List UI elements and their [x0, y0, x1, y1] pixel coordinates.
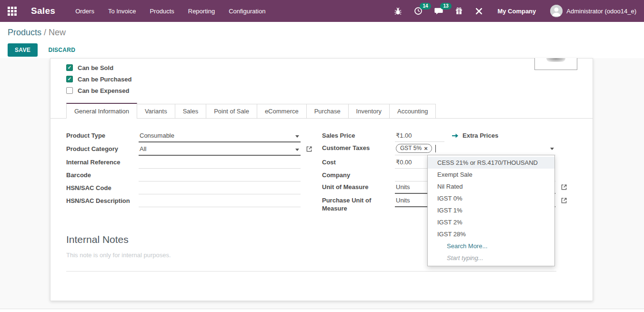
hsn-code-label: HSN/SAC Code: [66, 182, 139, 192]
dropdown-start-typing-hint: Start typing...: [428, 252, 554, 264]
discard-button[interactable]: DISCARD: [48, 47, 75, 53]
internal-reference-input[interactable]: [139, 157, 301, 169]
activity-badge: 14: [420, 3, 431, 10]
bug-icon[interactable]: [394, 7, 402, 15]
tab-accounting[interactable]: Accounting: [389, 104, 436, 119]
dropdown-item-exempt-sale[interactable]: Exempt Sale: [428, 169, 554, 181]
tax-tag-label: GST 5%: [400, 144, 422, 152]
customer-taxes-dropdown: CESS 21% or RS.4170/THOUSAND Exempt Sale…: [427, 155, 555, 266]
app-title[interactable]: Sales: [31, 6, 55, 16]
product-image-upload[interactable]: [534, 58, 577, 70]
can-be-purchased-row: Can be Purchased: [66, 75, 131, 83]
extra-prices-label: Extra Prices: [463, 132, 498, 139]
hsn-description-label: HSN/SAC Description: [66, 195, 139, 205]
tab-inventory[interactable]: Inventory: [348, 104, 390, 119]
tab-ecommerce[interactable]: eCommerce: [257, 104, 307, 119]
breadcrumb-current: New: [49, 28, 66, 37]
internal-reference-label: Internal Reference: [66, 157, 139, 166]
app-window: Sales Orders To Invoice Products Reporti…: [0, 0, 644, 312]
breadcrumb-products[interactable]: Products: [8, 28, 41, 37]
menu-products[interactable]: Products: [150, 8, 174, 15]
can-be-expensed-checkbox[interactable]: [66, 87, 73, 94]
can-be-sold-label: Can be Sold: [78, 64, 113, 71]
sales-price-row: Sales Price ₹1.00 Extra Prices: [322, 130, 498, 142]
product-type-select[interactable]: Consumable: [139, 130, 301, 142]
uom-label: Unit of Measure: [322, 181, 395, 191]
sales-price-input[interactable]: ₹1.00: [395, 130, 444, 142]
tab-variants[interactable]: Variants: [137, 104, 175, 119]
hsn-code-input[interactable]: [139, 182, 301, 194]
tab-general-information[interactable]: General Information: [66, 103, 137, 119]
external-link-icon[interactable]: [561, 184, 567, 192]
can-be-sold-row: Can be Sold: [66, 64, 113, 71]
company-label: Company: [322, 170, 395, 179]
purchase-uom-label: Purchase Unit of Measure: [322, 195, 395, 212]
chevron-down-icon: [295, 149, 299, 151]
control-panel: Products / New SAVE DISCARD: [0, 22, 644, 58]
can-be-sold-checkbox[interactable]: [66, 64, 73, 71]
barcode-label: Barcode: [66, 170, 139, 179]
menu-configuration[interactable]: Configuration: [229, 8, 265, 15]
can-be-expensed-row: Can be Expensed: [66, 87, 129, 94]
avatar[interactable]: [550, 5, 563, 17]
activity-clock-icon[interactable]: 14: [414, 7, 423, 15]
customer-taxes-input[interactable]: GST 5%×: [395, 142, 555, 155]
dropdown-item-igst-0[interactable]: IGST 0%: [428, 192, 554, 204]
extra-prices-button[interactable]: Extra Prices: [452, 130, 498, 139]
dropdown-item-cess-21[interactable]: CESS 21% or RS.4170/THOUSAND: [428, 157, 554, 169]
hsn-description-input[interactable]: [139, 195, 301, 207]
messages-icon[interactable]: 13: [434, 7, 443, 15]
customer-taxes-row: Customer Taxes GST 5%×: [322, 142, 555, 155]
chevron-down-icon: [550, 148, 554, 150]
page-footer-divider: [0, 309, 644, 312]
breadcrumb: Products / New: [8, 28, 636, 38]
top-menu: Orders To Invoice Products Reporting Con…: [75, 8, 265, 15]
external-link-icon[interactable]: [561, 197, 567, 206]
notes-divider: [66, 271, 556, 272]
external-link-icon[interactable]: [306, 146, 312, 154]
tab-purchase[interactable]: Purchase: [306, 104, 349, 119]
notebook-tabs: General Information Variants Sales Point…: [50, 103, 593, 119]
navbar-right: 14 13 My Company Administrator (odoo14_e…: [382, 5, 636, 17]
can-be-purchased-checkbox[interactable]: [66, 76, 73, 82]
user-menu[interactable]: Administrator (odoo14_e): [566, 8, 636, 15]
dropdown-item-igst-28[interactable]: IGST 28%: [428, 228, 554, 240]
product-type-row: Product Type Consumable: [66, 130, 301, 142]
barcode-row: Barcode: [66, 170, 301, 181]
breadcrumb-separator: /: [44, 28, 46, 37]
menu-orders[interactable]: Orders: [75, 8, 94, 15]
tools-icon[interactable]: [475, 7, 483, 15]
tab-point-of-sale[interactable]: Point of Sale: [206, 104, 257, 119]
sales-price-label: Sales Price: [322, 130, 395, 140]
message-badge: 13: [440, 3, 451, 10]
hsn-code-row: HSN/SAC Code: [66, 182, 301, 194]
customer-taxes-label: Customer Taxes: [322, 142, 395, 152]
tax-tag[interactable]: GST 5%×: [396, 144, 432, 153]
product-category-select[interactable]: All: [139, 143, 301, 156]
hsn-description-row: HSN/SAC Description: [66, 195, 301, 207]
remove-tag-icon[interactable]: ×: [424, 146, 428, 151]
chevron-down-icon: [295, 135, 299, 138]
tab-sales[interactable]: Sales: [175, 104, 207, 119]
menu-reporting[interactable]: Reporting: [188, 8, 215, 15]
gift-icon[interactable]: [455, 7, 463, 15]
internal-notes-title: Internal Notes: [66, 234, 129, 245]
image-edit-hint: [546, 58, 565, 62]
apps-grid-icon[interactable]: [8, 7, 17, 16]
dropdown-search-more[interactable]: Search More...: [428, 240, 554, 252]
text-cursor: [435, 145, 436, 152]
cost-row: Cost ₹0.00: [322, 157, 444, 169]
save-button[interactable]: SAVE: [8, 43, 38, 57]
barcode-input[interactable]: [139, 170, 301, 181]
top-navbar: Sales Orders To Invoice Products Reporti…: [0, 0, 644, 22]
dropdown-item-igst-1[interactable]: IGST 1%: [428, 204, 554, 216]
product-category-label: Product Category: [66, 143, 139, 153]
menu-to-invoice[interactable]: To Invoice: [108, 8, 136, 15]
dropdown-item-nil-rated[interactable]: Nil Rated: [428, 181, 554, 192]
internal-notes-editor[interactable]: This note is only for internal purposes.: [66, 252, 171, 259]
product-type-label: Product Type: [66, 130, 139, 140]
dropdown-item-igst-2[interactable]: IGST 2%: [428, 216, 554, 228]
product-category-row: Product Category All: [66, 143, 312, 156]
can-be-expensed-label: Can be Expensed: [78, 87, 129, 94]
company-switcher[interactable]: My Company: [497, 8, 536, 15]
